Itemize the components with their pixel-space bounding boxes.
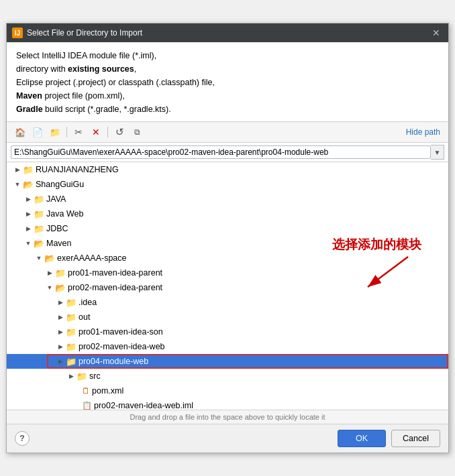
folder-icon-shangguigu: 📂 xyxy=(23,180,34,190)
folder-icon-javaweb: 📁 xyxy=(34,209,44,219)
path-input[interactable] xyxy=(11,145,431,159)
path-dropdown-button[interactable]: ▼ xyxy=(431,145,444,160)
tree-item-pomxml[interactable]: ▶ 🗒 pom.xml xyxy=(7,383,448,398)
dialog-title: Select File or Directory to Import xyxy=(27,28,142,38)
label-java: JAVA xyxy=(46,194,66,204)
tree-item-shangguigu[interactable]: ▼ 📂 ShangGuiGu xyxy=(7,177,448,192)
label-pro04: pro04-module-web xyxy=(79,357,148,366)
expand-pro01[interactable]: ▶ xyxy=(44,267,55,278)
label-maven: Maven xyxy=(46,239,72,248)
toolbar-newfile-btn[interactable]: 📄 xyxy=(30,125,46,139)
label-exer: exerAAAAA-space xyxy=(57,253,127,263)
button-bar: ? OK Cancel xyxy=(7,424,448,453)
expand-maven[interactable]: ▼ xyxy=(23,238,34,249)
tree-item-pro02web[interactable]: ▶ 📁 pro02-maven-idea-web xyxy=(7,339,448,354)
label-iml: pro02-maven-idea-web.iml xyxy=(94,401,193,410)
status-bar: Drag and drop a file into the space abov… xyxy=(7,410,448,424)
toolbar: 🏠 📄 📁 ✂ ✕ ↺ ⧉ Hide path xyxy=(7,122,448,143)
label-jdbc: JDBC xyxy=(46,224,68,233)
tree-item-pro04[interactable]: ▶ 📁 pro04-module-web xyxy=(7,354,448,369)
folder-icon-pro02parent: 📂 xyxy=(55,283,66,293)
expand-ruanjiananzheng[interactable]: ▶ xyxy=(12,164,23,175)
expand-pro02web[interactable]: ▶ xyxy=(55,341,66,352)
tree-item-src[interactable]: ▶ 📁 src xyxy=(7,369,448,383)
ok-button[interactable]: OK xyxy=(338,430,386,447)
desc-line5: Gradle build script (*.gradle, *.gradle.… xyxy=(16,103,439,116)
toolbar-refresh-btn[interactable]: ↺ xyxy=(111,125,128,139)
app-icon: IJ xyxy=(12,27,23,38)
toolbar-delete-btn[interactable]: ✕ xyxy=(88,125,104,139)
folder-icon-pro04: 📁 xyxy=(66,357,77,367)
status-text: Drag and drop a file into the space abov… xyxy=(130,413,325,421)
tree-item-pro01son[interactable]: ▶ 📁 pro01-maven-idea-son xyxy=(7,324,448,339)
expand-pro02parent[interactable]: ▼ xyxy=(44,282,55,293)
hide-path-button[interactable]: Hide path xyxy=(403,126,443,138)
toolbar-cut-btn[interactable]: ✂ xyxy=(70,125,87,139)
tree-item-idea[interactable]: ▶ 📁 .idea xyxy=(7,295,448,310)
label-javaweb: Java Web xyxy=(46,209,83,219)
expand-java[interactable]: ▶ xyxy=(23,194,34,204)
label-src: src xyxy=(89,371,101,381)
expand-src[interactable]: ▶ xyxy=(66,371,77,381)
expand-pro01son[interactable]: ▶ xyxy=(55,326,66,337)
expand-pro04[interactable]: ▶ xyxy=(55,356,66,367)
expand-shangguigu[interactable]: ▼ xyxy=(12,179,23,190)
tree-item-iml[interactable]: ▶ 📋 pro02-maven-idea-web.iml xyxy=(7,398,448,410)
folder-icon-maven: 📂 xyxy=(34,239,44,249)
label-idea: .idea xyxy=(79,298,97,307)
label-ruanjiananzheng: RUANJIANANZHENG xyxy=(36,165,119,174)
expand-jdbc[interactable]: ▶ xyxy=(23,223,34,234)
dialog: IJ Select File or Directory to Import ✕ … xyxy=(6,23,449,453)
tree-item-java[interactable]: ▶ 📁 JAVA xyxy=(7,192,448,206)
help-button[interactable]: ? xyxy=(15,431,30,446)
tree-item-jdbc[interactable]: ▶ 📁 JDBC xyxy=(7,221,448,236)
toolbar-newfolder-btn[interactable]: 📁 xyxy=(47,125,63,139)
tree-item-javaweb[interactable]: ▶ 📁 Java Web xyxy=(7,206,448,221)
description-area: Select IntelliJ IDEA module file (*.iml)… xyxy=(7,42,448,122)
path-bar: ▼ xyxy=(7,143,448,162)
maven-file-icon-pom: 🗒 xyxy=(82,386,90,396)
label-pro02parent: pro02-maven-idea-parent xyxy=(68,283,162,292)
label-pro02web: pro02-maven-idea-web xyxy=(79,342,165,351)
label-out: out xyxy=(79,312,90,322)
title-bar-left: IJ Select File or Directory to Import xyxy=(12,27,142,38)
tree-item-out[interactable]: ▶ 📁 out xyxy=(7,310,448,324)
toolbar-separator1 xyxy=(66,127,67,137)
desc-line3: Eclipse project (.project) or classpath … xyxy=(16,76,439,89)
folder-icon-ruanjiananzheng: 📁 xyxy=(23,165,34,175)
tree-item-maven[interactable]: ▼ 📂 Maven xyxy=(7,236,448,251)
tree-item-pro01[interactable]: ▶ 📁 pro01-maven-idea-parent xyxy=(7,265,448,280)
desc-line1: Select IntelliJ IDEA module file (*.iml)… xyxy=(16,49,439,62)
toolbar-separator2 xyxy=(107,127,108,137)
label-pomxml: pom.xml xyxy=(92,386,123,396)
toolbar-home-btn[interactable]: 🏠 xyxy=(12,125,28,139)
file-tree[interactable]: ▶ 📁 RUANJIANANZHENG ▼ 📂 ShangGuiGu ▶ 📁 J… xyxy=(7,162,448,410)
expand-idea[interactable]: ▶ xyxy=(55,297,66,308)
tree-wrapper: ▶ 📁 RUANJIANANZHENG ▼ 📂 ShangGuiGu ▶ 📁 J… xyxy=(7,162,448,410)
cancel-button[interactable]: Cancel xyxy=(391,430,440,447)
iml-file-icon: 📋 xyxy=(82,401,92,410)
close-button[interactable]: ✕ xyxy=(429,26,443,40)
folder-icon-java: 📁 xyxy=(34,194,44,204)
expand-exer[interactable]: ▼ xyxy=(34,253,44,263)
toolbar-copy-btn[interactable]: ⧉ xyxy=(129,125,145,139)
expand-out[interactable]: ▶ xyxy=(55,312,66,322)
folder-icon-src: 📁 xyxy=(77,371,87,381)
title-bar: IJ Select File or Directory to Import ✕ xyxy=(7,23,448,42)
folder-icon-pro02web: 📁 xyxy=(66,342,77,352)
folder-icon-jdbc: 📁 xyxy=(34,224,44,234)
tree-item-pro02parent[interactable]: ▼ 📂 pro02-maven-idea-parent xyxy=(7,280,448,295)
desc-line4: Maven project file (pom.xml), xyxy=(16,89,439,103)
label-shangguigu: ShangGuiGu xyxy=(36,180,84,189)
folder-icon-pro01: 📁 xyxy=(55,268,66,278)
folder-icon-pro01son: 📁 xyxy=(66,327,77,337)
action-buttons: OK Cancel xyxy=(338,430,440,447)
folder-icon-out: 📁 xyxy=(66,312,77,322)
tree-item-ruanjiananzheng[interactable]: ▶ 📁 RUANJIANANZHENG xyxy=(7,162,448,177)
folder-icon-idea: 📁 xyxy=(66,298,77,308)
tree-item-exer[interactable]: ▼ 📂 exerAAAAA-space xyxy=(7,251,448,265)
label-pro01son: pro01-maven-idea-son xyxy=(79,327,163,337)
label-pro01: pro01-maven-idea-parent xyxy=(68,268,162,278)
desc-line2: directory with existing sources, xyxy=(16,62,439,76)
expand-javaweb[interactable]: ▶ xyxy=(23,209,34,219)
